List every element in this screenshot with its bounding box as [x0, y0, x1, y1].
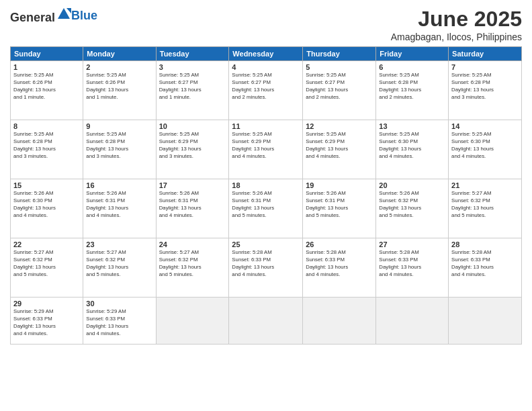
day-info: Sunrise: 5:26 AM Sunset: 6:31 PM Dayligh…: [306, 190, 373, 220]
col-monday: Monday: [83, 47, 156, 61]
day-number: 16: [86, 181, 152, 189]
title-area: June 2025 Amagbagan, Ilocos, Philippines: [391, 7, 522, 42]
col-thursday: Thursday: [303, 47, 376, 61]
table-row: [449, 298, 522, 345]
table-row: 12Sunrise: 5:25 AM Sunset: 6:29 PM Dayli…: [303, 120, 376, 179]
day-number: 10: [159, 122, 226, 130]
page: General Blue June 2025 Amagbagan, Ilocos…: [0, 0, 532, 411]
day-info: Sunrise: 5:25 AM Sunset: 6:30 PM Dayligh…: [451, 131, 519, 161]
day-number: 24: [159, 240, 226, 248]
day-info: Sunrise: 5:29 AM Sunset: 6:33 PM Dayligh…: [13, 308, 80, 338]
day-number: 11: [232, 122, 300, 130]
day-number: 4: [232, 63, 300, 71]
table-row: 23Sunrise: 5:27 AM Sunset: 6:32 PM Dayli…: [83, 238, 156, 298]
day-number: 25: [232, 240, 300, 248]
header: General Blue June 2025 Amagbagan, Ilocos…: [10, 7, 522, 42]
day-info: Sunrise: 5:27 AM Sunset: 6:32 PM Dayligh…: [86, 249, 152, 279]
day-number: 12: [306, 122, 373, 130]
table-row: 27Sunrise: 5:28 AM Sunset: 6:33 PM Dayli…: [376, 238, 449, 298]
day-info: Sunrise: 5:25 AM Sunset: 6:30 PM Dayligh…: [379, 131, 445, 161]
table-row: [303, 298, 376, 345]
table-row: 30Sunrise: 5:29 AM Sunset: 6:33 PM Dayli…: [83, 298, 156, 345]
day-info: Sunrise: 5:28 AM Sunset: 6:33 PM Dayligh…: [379, 249, 445, 279]
day-number: 29: [13, 300, 80, 308]
svg-marker-1: [66, 8, 71, 13]
table-row: 16Sunrise: 5:26 AM Sunset: 6:31 PM Dayli…: [83, 179, 156, 238]
day-number: 2: [86, 63, 152, 71]
day-number: 3: [159, 63, 226, 71]
table-row: 19Sunrise: 5:26 AM Sunset: 6:31 PM Dayli…: [303, 179, 376, 238]
day-number: 15: [13, 181, 80, 189]
day-info: Sunrise: 5:26 AM Sunset: 6:30 PM Dayligh…: [13, 190, 80, 220]
table-row: 5Sunrise: 5:25 AM Sunset: 6:27 PM Daylig…: [303, 61, 376, 120]
table-row: 10Sunrise: 5:25 AM Sunset: 6:29 PM Dayli…: [156, 120, 229, 179]
table-row: 20Sunrise: 5:26 AM Sunset: 6:32 PM Dayli…: [376, 179, 449, 238]
logo-general: General: [10, 11, 55, 24]
day-number: 7: [451, 63, 519, 71]
table-row: 1Sunrise: 5:25 AM Sunset: 6:26 PM Daylig…: [11, 61, 83, 120]
day-info: Sunrise: 5:25 AM Sunset: 6:26 PM Dayligh…: [13, 72, 80, 101]
day-number: 19: [306, 181, 373, 189]
day-info: Sunrise: 5:28 AM Sunset: 6:33 PM Dayligh…: [232, 249, 300, 279]
day-info: Sunrise: 5:25 AM Sunset: 6:26 PM Dayligh…: [86, 72, 152, 101]
day-info: Sunrise: 5:29 AM Sunset: 6:33 PM Dayligh…: [86, 308, 152, 338]
table-row: 26Sunrise: 5:28 AM Sunset: 6:33 PM Dayli…: [303, 238, 376, 298]
col-tuesday: Tuesday: [156, 47, 229, 61]
day-info: Sunrise: 5:26 AM Sunset: 6:32 PM Dayligh…: [379, 190, 445, 220]
day-info: Sunrise: 5:25 AM Sunset: 6:29 PM Dayligh…: [159, 131, 226, 161]
day-info: Sunrise: 5:25 AM Sunset: 6:29 PM Dayligh…: [232, 131, 300, 161]
table-row: 17Sunrise: 5:26 AM Sunset: 6:31 PM Dayli…: [156, 179, 229, 238]
day-number: 14: [451, 122, 519, 130]
table-row: 11Sunrise: 5:25 AM Sunset: 6:29 PM Dayli…: [229, 120, 303, 179]
col-sunday: Sunday: [11, 47, 83, 61]
day-number: 27: [379, 240, 445, 248]
day-number: 5: [306, 63, 373, 71]
day-info: Sunrise: 5:27 AM Sunset: 6:32 PM Dayligh…: [451, 190, 519, 220]
location-title: Amagbagan, Ilocos, Philippines: [391, 32, 522, 42]
day-number: 13: [379, 122, 445, 130]
table-row: 6Sunrise: 5:25 AM Sunset: 6:28 PM Daylig…: [376, 61, 449, 120]
day-number: 8: [13, 122, 80, 130]
day-info: Sunrise: 5:25 AM Sunset: 6:28 PM Dayligh…: [86, 131, 152, 161]
col-friday: Friday: [376, 47, 449, 61]
day-info: Sunrise: 5:26 AM Sunset: 6:31 PM Dayligh…: [232, 190, 300, 220]
day-info: Sunrise: 5:25 AM Sunset: 6:28 PM Dayligh…: [13, 131, 80, 161]
day-info: Sunrise: 5:25 AM Sunset: 6:27 PM Dayligh…: [232, 72, 300, 101]
day-info: Sunrise: 5:25 AM Sunset: 6:29 PM Dayligh…: [306, 131, 373, 161]
table-row: [229, 298, 303, 345]
day-info: Sunrise: 5:26 AM Sunset: 6:31 PM Dayligh…: [159, 190, 226, 220]
logo-icon: [56, 7, 71, 21]
day-info: Sunrise: 5:27 AM Sunset: 6:32 PM Dayligh…: [159, 249, 226, 279]
day-info: Sunrise: 5:26 AM Sunset: 6:31 PM Dayligh…: [86, 190, 152, 220]
table-row: 2Sunrise: 5:25 AM Sunset: 6:26 PM Daylig…: [83, 61, 156, 120]
header-row: Sunday Monday Tuesday Wednesday Thursday…: [11, 47, 522, 61]
table-row: 15Sunrise: 5:26 AM Sunset: 6:30 PM Dayli…: [11, 179, 83, 238]
table-row: 8Sunrise: 5:25 AM Sunset: 6:28 PM Daylig…: [11, 120, 83, 179]
day-number: 9: [86, 122, 152, 130]
day-number: 20: [379, 181, 445, 189]
col-wednesday: Wednesday: [229, 47, 303, 61]
day-number: 23: [86, 240, 152, 248]
day-info: Sunrise: 5:25 AM Sunset: 6:27 PM Dayligh…: [159, 72, 226, 101]
day-info: Sunrise: 5:28 AM Sunset: 6:33 PM Dayligh…: [306, 249, 373, 279]
table-row: 29Sunrise: 5:29 AM Sunset: 6:33 PM Dayli…: [11, 298, 83, 345]
day-info: Sunrise: 5:28 AM Sunset: 6:33 PM Dayligh…: [451, 249, 519, 279]
table-row: 9Sunrise: 5:25 AM Sunset: 6:28 PM Daylig…: [83, 120, 156, 179]
day-number: 21: [451, 181, 519, 189]
day-info: Sunrise: 5:27 AM Sunset: 6:32 PM Dayligh…: [13, 249, 80, 279]
day-number: 28: [451, 240, 519, 248]
table-row: 18Sunrise: 5:26 AM Sunset: 6:31 PM Dayli…: [229, 179, 303, 238]
table-row: 7Sunrise: 5:25 AM Sunset: 6:28 PM Daylig…: [449, 61, 522, 120]
day-info: Sunrise: 5:25 AM Sunset: 6:28 PM Dayligh…: [379, 72, 445, 101]
table-row: 21Sunrise: 5:27 AM Sunset: 6:32 PM Dayli…: [449, 179, 522, 238]
logo: General Blue: [10, 7, 97, 25]
table-row: 13Sunrise: 5:25 AM Sunset: 6:30 PM Dayli…: [376, 120, 449, 179]
table-row: [376, 298, 449, 345]
day-number: 26: [306, 240, 373, 248]
day-info: Sunrise: 5:25 AM Sunset: 6:28 PM Dayligh…: [451, 72, 519, 101]
table-row: 3Sunrise: 5:25 AM Sunset: 6:27 PM Daylig…: [156, 61, 229, 120]
day-number: 6: [379, 63, 445, 71]
table-row: 22Sunrise: 5:27 AM Sunset: 6:32 PM Dayli…: [11, 238, 83, 298]
day-info: Sunrise: 5:25 AM Sunset: 6:27 PM Dayligh…: [306, 72, 373, 101]
col-saturday: Saturday: [449, 47, 522, 61]
